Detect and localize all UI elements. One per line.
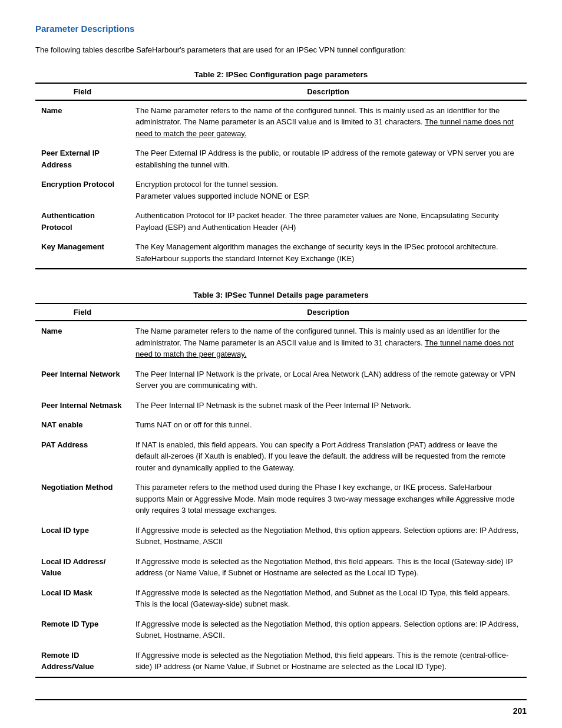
table-row: Local ID MaskIf Aggressive mode is selec…	[35, 583, 527, 614]
field-cell: Local ID Mask	[35, 583, 130, 614]
field-cell: Local ID Address/ Value	[35, 552, 130, 583]
table-row: Key ManagementThe Key Management algorit…	[35, 237, 527, 269]
table2-header-field: Field	[35, 83, 130, 100]
field-cell: Peer External IP Address	[35, 143, 130, 174]
page-number: 201	[513, 706, 527, 716]
field-cell: Key Management	[35, 237, 130, 269]
table-row: Local ID typeIf Aggressive mode is selec…	[35, 521, 527, 552]
table2-caption: Table 2: IPSec Configuration page parame…	[35, 70, 527, 79]
field-cell: Negotiation Method	[35, 477, 130, 521]
table-row: Encryption ProtocolEncryption protocol f…	[35, 174, 527, 206]
table-row: Negotiation MethodThis parameter refers …	[35, 477, 527, 521]
table-row: Peer External IP AddressThe Peer Externa…	[35, 143, 527, 174]
description-cell: If Aggressive mode is selected as the Ne…	[130, 583, 527, 614]
field-cell: Remote ID Type	[35, 614, 130, 645]
table3-container: Table 3: IPSec Tunnel Details page param…	[35, 291, 527, 678]
table3: Field Description NameThe Name parameter…	[35, 303, 527, 678]
field-cell: Authentication Protocol	[35, 206, 130, 237]
description-cell: The Name parameter refers to the name of…	[130, 100, 527, 144]
description-cell: The Peer Internal IP Netmask is the subn…	[130, 396, 527, 416]
field-cell: Encryption Protocol	[35, 174, 130, 206]
table-row: Peer Internal NetworkThe Peer Internal I…	[35, 364, 527, 396]
table-row: NameThe Name parameter refers to the nam…	[35, 100, 527, 144]
description-cell: If NAT is enabled, this field appears. Y…	[130, 435, 527, 478]
description-cell: If Aggressive mode is selected as the Ne…	[130, 521, 527, 552]
description-cell: If Aggressive mode is selected as the Ne…	[130, 614, 527, 645]
table-row: Remote ID TypeIf Aggressive mode is sele…	[35, 614, 527, 645]
description-cell: This parameter refers to the method used…	[130, 477, 527, 521]
field-cell: NAT enable	[35, 415, 130, 435]
table2-header-description: Description	[130, 83, 527, 100]
description-cell: If Aggressive mode is selected as the Ne…	[130, 645, 527, 677]
table3-header-description: Description	[130, 304, 527, 321]
table-row: Remote ID Address/ValueIf Aggressive mod…	[35, 645, 527, 677]
description-cell: The Peer External IP Address is the publ…	[130, 143, 527, 174]
field-cell: Name	[35, 100, 130, 144]
intro-paragraph: The following tables describe SafeHarbou…	[35, 44, 527, 56]
field-cell: Name	[35, 321, 130, 364]
table-row: NAT enableTurns NAT on or off for this t…	[35, 415, 527, 435]
field-cell: Remote ID Address/Value	[35, 645, 130, 677]
description-cell: The Key Management algorithm manages the…	[130, 237, 527, 269]
table3-caption: Table 3: IPSec Tunnel Details page param…	[35, 291, 527, 299]
table-row: Peer Internal NetmaskThe Peer Internal I…	[35, 396, 527, 416]
table-row: NameThe Name parameter refers to the nam…	[35, 321, 527, 364]
table-row: Local ID Address/ ValueIf Aggressive mod…	[35, 552, 527, 583]
description-cell: Authentication Protocol for IP packet he…	[130, 206, 527, 237]
description-cell: Turns NAT on or off for this tunnel.	[130, 415, 527, 435]
table2: Field Description NameThe Name parameter…	[35, 83, 527, 270]
page-title: Parameter Descriptions	[35, 24, 527, 34]
field-cell: Local ID type	[35, 521, 130, 552]
description-cell: Encryption protocol for the tunnel sessi…	[130, 174, 527, 206]
table3-header-field: Field	[35, 304, 130, 321]
table-row: PAT AddressIf NAT is enabled, this field…	[35, 435, 527, 478]
field-cell: PAT Address	[35, 435, 130, 478]
field-cell: Peer Internal Network	[35, 364, 130, 396]
table2-container: Table 2: IPSec Configuration page parame…	[35, 70, 527, 270]
page-footer: 201	[35, 699, 527, 716]
description-cell: If Aggressive mode is selected as the Ne…	[130, 552, 527, 583]
table-row: Authentication ProtocolAuthentication Pr…	[35, 206, 527, 237]
field-cell: Peer Internal Netmask	[35, 396, 130, 416]
description-cell: The Peer Internal IP Network is the priv…	[130, 364, 527, 396]
description-cell: The Name parameter refers to the name of…	[130, 321, 527, 364]
